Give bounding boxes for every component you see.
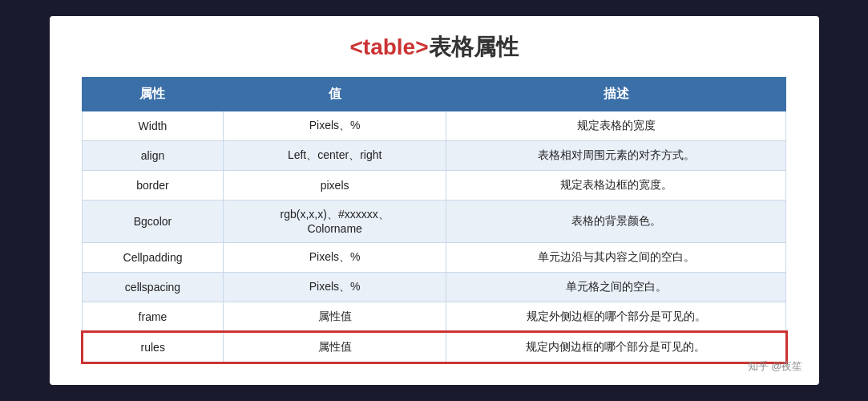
table-row: cellspacingPixels、%单元格之间的空白。 [83, 273, 786, 302]
col-header-attr: 属性 [83, 78, 224, 111]
cell-attr: frame [83, 302, 224, 333]
cell-desc: 单元边沿与其内容之间的空白。 [446, 243, 786, 273]
table-row: WidthPixels、%规定表格的宽度 [83, 111, 786, 141]
table-row: Bgcolorrgb(x,x,x)、#xxxxxx、 Colorname表格的背… [83, 200, 786, 243]
cell-attr: border [83, 171, 224, 200]
title-text: 表格属性 [429, 34, 519, 59]
cell-attr: rules [83, 332, 224, 363]
cell-value: Pixels、% [223, 273, 446, 302]
cell-desc: 规定内侧边框的哪个部分是可见的。 [446, 332, 786, 363]
col-header-desc: 描述 [446, 78, 786, 111]
cell-attr: Width [83, 111, 224, 141]
cell-desc: 单元格之间的空白。 [446, 273, 786, 302]
slide: <table>表格属性 属性 值 描述 WidthPixels、%规定表格的宽度… [50, 16, 819, 385]
table-row: alignLeft、center、right表格相对周围元素的对齐方式。 [83, 141, 786, 171]
page-title: <table>表格属性 [82, 32, 787, 63]
cell-attr: Cellpadding [83, 243, 224, 273]
title-tag: <table> [349, 34, 428, 59]
cell-desc: 表格的背景颜色。 [446, 200, 786, 243]
table-row: frame属性值规定外侧边框的哪个部分是可见的。 [83, 302, 786, 333]
cell-attr: Bgcolor [83, 200, 224, 243]
table-row: borderpixels规定表格边框的宽度。 [83, 171, 786, 200]
cell-value: Pixels、% [223, 111, 446, 141]
table-header-row: 属性 值 描述 [83, 78, 786, 111]
cell-value: rgb(x,x,x)、#xxxxxx、 Colorname [223, 200, 446, 243]
cell-value: Pixels、% [223, 243, 446, 273]
watermark: 知乎 @夜笙 [748, 359, 803, 374]
cell-desc: 规定外侧边框的哪个部分是可见的。 [446, 302, 786, 333]
cell-attr: cellspacing [83, 273, 224, 302]
cell-desc: 规定表格边框的宽度。 [446, 171, 786, 200]
cell-value: 属性值 [223, 302, 446, 333]
table-row: rules属性值规定内侧边框的哪个部分是可见的。 [83, 332, 786, 363]
cell-desc: 表格相对周围元素的对齐方式。 [446, 141, 786, 171]
cell-value: 属性值 [223, 332, 446, 363]
cell-value: Left、center、right [223, 141, 446, 171]
cell-attr: align [83, 141, 224, 171]
cell-desc: 规定表格的宽度 [446, 111, 786, 141]
col-header-value: 值 [223, 78, 446, 111]
attributes-table: 属性 值 描述 WidthPixels、%规定表格的宽度alignLeft、ce… [82, 77, 787, 363]
table-row: CellpaddingPixels、%单元边沿与其内容之间的空白。 [83, 243, 786, 273]
cell-value: pixels [223, 171, 446, 200]
